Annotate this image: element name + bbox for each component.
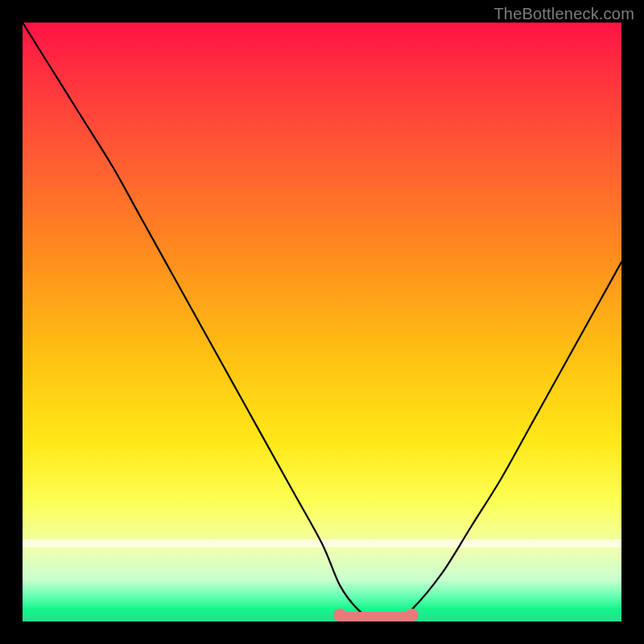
background-gradient — [23, 23, 621, 621]
plot-area — [23, 23, 621, 621]
watermark-label: TheBottleneck.com — [493, 5, 634, 23]
chart-frame: TheBottleneck.com — [0, 0, 644, 644]
highlight-band — [23, 539, 621, 547]
